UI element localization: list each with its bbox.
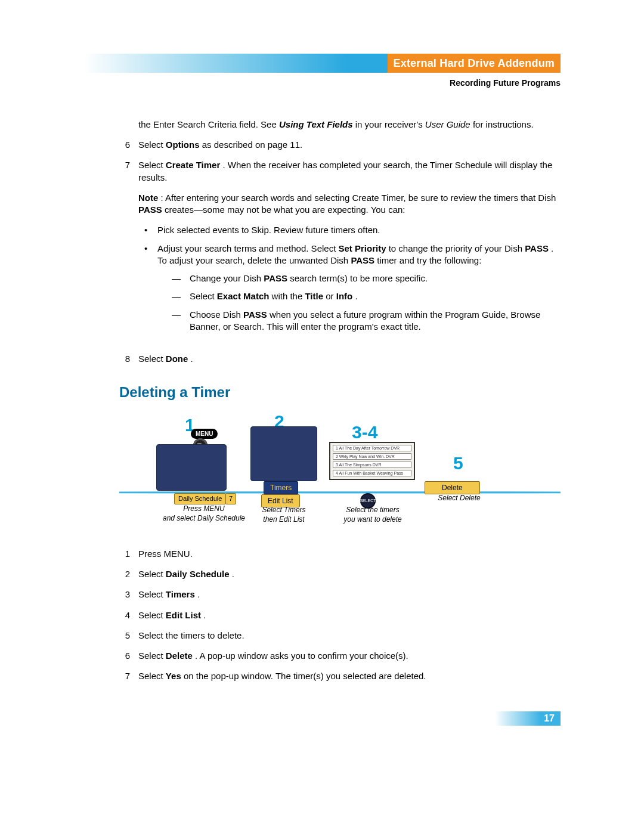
text: on the pop-up window. The timer(s) you s…: [184, 671, 426, 681]
text: and select Daily Schedule: [163, 514, 245, 522]
text: Change your Dish: [190, 273, 261, 283]
step-7: 7 Select Yes on the pop-up window. The t…: [119, 670, 561, 682]
text: with the: [272, 291, 305, 301]
text-bold: Delete: [166, 651, 193, 661]
flow-diagram: 1 2 3-4 5 MENU 1 All The Day After Tomor…: [119, 411, 561, 530]
screenshot-main-menu: [156, 444, 227, 491]
banner-title-box: External Hard Drive Addendum: [388, 54, 561, 73]
text-bold: Yes: [166, 671, 181, 681]
step-number: 6: [119, 650, 130, 662]
text: Select: [138, 140, 166, 150]
text-bold-it: Using Text Fields: [279, 119, 353, 129]
page-number-box: 17: [495, 711, 561, 726]
text: when you select a future program within …: [190, 309, 540, 332]
step-number: 7: [119, 159, 130, 345]
text-bold: Exact Match: [217, 291, 270, 301]
step-1: 1 Press MENU.: [119, 548, 561, 560]
step-3: 3 Select Timers .: [119, 589, 561, 600]
note-label: Note: [138, 193, 158, 203]
delete-steps: 1 Press MENU. 2 Select Daily Schedule . …: [119, 548, 561, 683]
text: Select: [138, 651, 166, 661]
text: as described on page 11.: [202, 140, 302, 150]
bullet-icon: •: [144, 224, 150, 236]
bullet-icon: •: [144, 243, 150, 339]
screenshot-daily-schedule: [250, 426, 317, 481]
text: for instructions.: [473, 119, 534, 129]
step-number: 8: [119, 353, 130, 365]
daily-schedule-chip: Daily Schedule: [174, 493, 226, 504]
text: Select the timers: [346, 506, 399, 514]
text: Choose Dish: [190, 309, 241, 320]
diagram-caption-4: Select Delete: [423, 493, 495, 503]
text-bold: PASS: [351, 255, 374, 265]
table-row: 4 All Fun With Basket Weaving Pass: [333, 470, 411, 476]
text: .: [232, 569, 234, 579]
text-bold: Timers: [166, 589, 195, 599]
list-item: • Pick selected events to Skip. Review f…: [144, 224, 561, 236]
text-bold: Create Timer: [166, 160, 220, 170]
table-row: 3 All The Simpsons DVR: [333, 462, 411, 468]
step-number: 7: [119, 670, 130, 682]
dash-icon: —: [172, 290, 182, 302]
text: . A pop-up window asks you to confirm yo…: [195, 651, 408, 661]
text: creates—some may not be what you are exp…: [165, 205, 405, 215]
text: .: [203, 610, 206, 620]
timers-chip: Timers: [264, 481, 298, 494]
text: .: [355, 291, 357, 301]
text: Pick selected events to Skip. Review fut…: [157, 224, 380, 236]
step-number: 3: [119, 589, 130, 600]
text: search term(s) to be more specific.: [290, 273, 428, 283]
step-2: 2 Select Daily Schedule .: [119, 568, 561, 580]
text: in your receiver's: [355, 119, 425, 129]
text: .: [197, 589, 200, 599]
text: to change the priority of your Dish: [389, 243, 522, 253]
text: Select Timers: [262, 506, 305, 514]
step-number: 2: [119, 568, 130, 580]
dash-icon: —: [172, 272, 182, 284]
step-6: 6 Select Delete . A pop-up window asks y…: [119, 650, 561, 662]
section-heading: Deleting a Timer: [119, 383, 561, 402]
subheading: Recording Future Programs: [83, 78, 561, 89]
table-row: 2 Wkly Play Now and Win. DVR: [333, 453, 411, 460]
text-bold: PASS: [525, 243, 549, 253]
text: Press MENU: [183, 504, 224, 513]
text-bold: Edit List: [166, 610, 201, 620]
text-bold: Info: [336, 291, 353, 301]
step-number: 4: [119, 609, 130, 621]
text: then Edit List: [263, 515, 304, 524]
list-item: — Select Exact Match with the Title or I…: [172, 290, 561, 302]
step-8: 8 Select Done .: [119, 353, 561, 365]
text: Select: [138, 160, 166, 170]
note-paragraph: Note : After entering your search words …: [138, 192, 561, 216]
text: Press MENU.: [138, 548, 561, 560]
step-badge-5: 5: [453, 451, 463, 476]
remote-menu-button: MENU: [191, 429, 218, 439]
text: Adjust your search terms and method. Sel…: [157, 243, 338, 253]
bullet-list: • Pick selected events to Skip. Review f…: [144, 224, 561, 339]
table-row: 1 All The Day After Tomorrow DVR: [333, 445, 411, 451]
daily-schedule-index: 7: [225, 493, 236, 504]
text-bold: Daily Schedule: [166, 569, 230, 579]
page-number: 17: [495, 711, 561, 726]
text: : After entering your search words and s…: [161, 193, 556, 203]
dash-icon: —: [172, 309, 182, 333]
list-item: • Adjust your search terms and method. S…: [144, 243, 561, 339]
screenshot-timer-list: 1 All The Day After Tomorrow DVR 2 Wkly …: [329, 442, 415, 480]
text: Select: [138, 569, 166, 579]
text: Select: [138, 589, 166, 599]
text-bold: Done: [166, 354, 188, 364]
step-6: 6 Select Options as described on page 11…: [119, 139, 561, 151]
text: timer and try the following:: [377, 255, 481, 265]
banner-title: External Hard Drive Addendum: [394, 56, 555, 70]
step-badge-3-4: 3-4: [352, 420, 377, 445]
text-bold: PASS: [138, 205, 162, 215]
text-bold: Set Priority: [338, 243, 386, 253]
step-5: 5 Select the timers to delete.: [119, 630, 561, 642]
text: Select Delete: [438, 494, 480, 502]
header-banner: External Hard Drive Addendum: [83, 54, 561, 73]
diagram-caption-3: Select the timers you want to delete: [328, 505, 417, 524]
delete-chip: Delete: [425, 481, 480, 494]
text: Select: [138, 671, 166, 681]
text: .: [191, 354, 193, 364]
text: or: [326, 291, 336, 301]
